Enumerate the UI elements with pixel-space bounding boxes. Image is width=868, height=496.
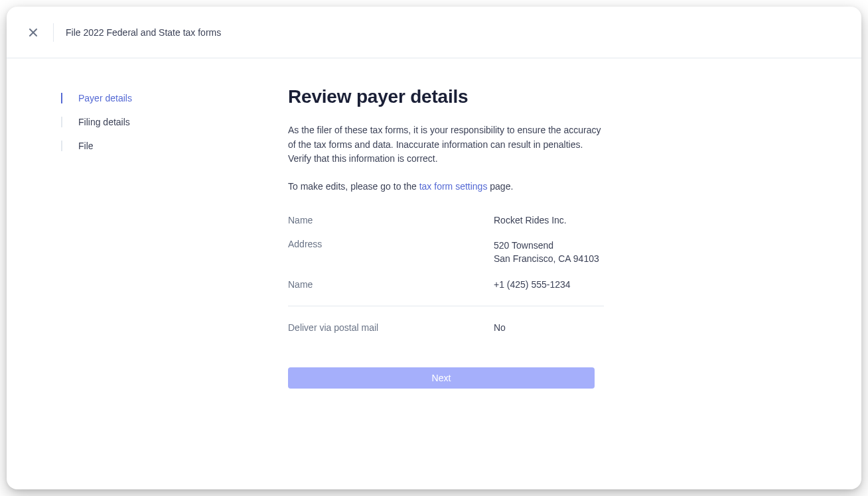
address-line-2: San Francisco, CA 94103 <box>494 252 604 265</box>
sidebar-item-filing-details[interactable]: Filing details <box>61 110 232 134</box>
detail-row-address: Address 520 Townsend San Francisco, CA 9… <box>288 239 604 266</box>
detail-value-address: 520 Townsend San Francisco, CA 94103 <box>494 239 604 266</box>
modal-container: File 2022 Federal and State tax forms Pa… <box>7 7 861 489</box>
detail-row-postal: Deliver via postal mail No <box>288 322 604 333</box>
sidebar-nav: Payer details Filing details File <box>7 86 232 489</box>
detail-row-name: Name Rocket Rides Inc. <box>288 215 604 225</box>
delivery-details-group: Deliver via postal mail No <box>288 322 604 349</box>
close-button[interactable] <box>20 19 46 46</box>
address-line-1: 520 Townsend <box>494 239 604 252</box>
modal-header: File 2022 Federal and State tax forms <box>7 7 861 58</box>
sidebar-item-label: Filing details <box>78 117 130 127</box>
tax-form-settings-link[interactable]: tax form settings <box>419 181 488 192</box>
detail-row-phone: Name +1 (425) 555-1234 <box>288 279 604 290</box>
page-heading: Review payer details <box>288 86 604 107</box>
detail-label: Address <box>288 239 494 266</box>
next-button-label: Next <box>432 373 451 383</box>
edit-note: To make edits, please go to the tax form… <box>288 180 604 194</box>
payer-details-group: Name Rocket Rides Inc. Address 520 Towns… <box>288 215 604 306</box>
page-description: As the filer of these tax forms, it is y… <box>288 123 604 166</box>
sidebar-item-payer-details[interactable]: Payer details <box>61 86 232 110</box>
next-button[interactable]: Next <box>288 367 595 389</box>
detail-value-phone: +1 (425) 555-1234 <box>494 279 604 290</box>
edit-note-suffix: page. <box>487 181 513 192</box>
header-title: File 2022 Federal and State tax forms <box>66 27 221 38</box>
modal-body: Payer details Filing details File Review… <box>7 58 861 489</box>
sidebar-item-label: File <box>78 141 94 151</box>
sidebar-item-label: Payer details <box>78 93 132 103</box>
detail-label: Deliver via postal mail <box>288 322 494 333</box>
detail-value-postal: No <box>494 322 604 333</box>
detail-value-name: Rocket Rides Inc. <box>494 215 604 225</box>
sidebar-item-file[interactable]: File <box>61 134 232 158</box>
edit-note-prefix: To make edits, please go to the <box>288 181 419 192</box>
detail-label: Name <box>288 279 494 290</box>
main-content: Review payer details As the filer of the… <box>232 86 644 489</box>
detail-label: Name <box>288 215 494 225</box>
header-divider <box>53 23 54 42</box>
close-icon <box>28 27 38 38</box>
